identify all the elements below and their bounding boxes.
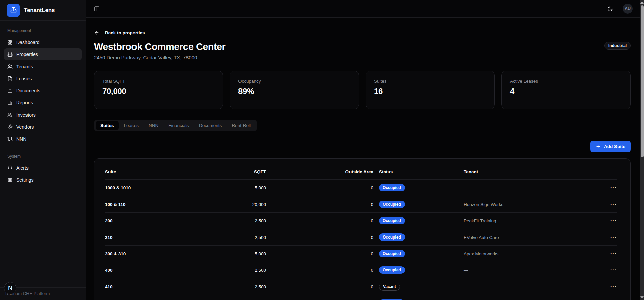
building-icon bbox=[10, 7, 17, 13]
scrollbar[interactable] bbox=[640, 0, 644, 300]
table-header-row: Suite SQFT Outside Area Status Tenant bbox=[105, 164, 617, 179]
scroll-up-arrow-icon[interactable] bbox=[640, 1, 644, 4]
building-icon bbox=[7, 52, 13, 57]
table-row: Occupied ··· bbox=[105, 295, 617, 300]
suite-cell: 400 bbox=[105, 268, 189, 273]
stat-label: Active Leases bbox=[510, 79, 622, 84]
sidebar-item-documents[interactable]: Documents bbox=[4, 85, 82, 97]
sidebar-item-tenants[interactable]: Tenants bbox=[4, 60, 82, 73]
investors-icon bbox=[7, 112, 13, 118]
back-link[interactable]: Back to properties bbox=[94, 30, 145, 35]
sidebar-item-label: Dashboard bbox=[16, 40, 40, 45]
platform-name: Dunham CRE Platform bbox=[5, 291, 80, 296]
tenant-cell: — bbox=[464, 268, 603, 273]
col-header-status: Status bbox=[373, 169, 464, 174]
sidebar-footer: N Dunham CRE Platform bbox=[0, 287, 86, 300]
table-row: 100 & 110 20,000 0 Occupied Horizon Sign… bbox=[105, 196, 617, 212]
row-actions-button[interactable]: ··· bbox=[610, 251, 617, 256]
theme-toggle-button[interactable] bbox=[606, 5, 614, 13]
sidebar-nav: Management Dashboard Properties Tenants … bbox=[0, 21, 86, 186]
sidebar-item-settings[interactable]: Settings bbox=[4, 174, 82, 186]
tenant-cell: PeakFit Training bbox=[464, 218, 603, 223]
dev-tools-badge[interactable]: N bbox=[4, 282, 16, 294]
bell-icon bbox=[7, 165, 13, 171]
nav-section-label-system: System bbox=[7, 154, 78, 159]
col-header-outside-area: Outside Area bbox=[266, 169, 373, 174]
sidebar-item-investors[interactable]: Investors bbox=[4, 109, 82, 121]
tab-financials[interactable]: Financials bbox=[164, 121, 194, 130]
sidebar-item-label: NNN bbox=[16, 136, 26, 142]
nav-section-label-management: Management bbox=[7, 28, 78, 33]
table-row: 200 2,500 0 Occupied PeakFit Training ··… bbox=[105, 212, 617, 229]
tab-leases[interactable]: Leases bbox=[119, 121, 144, 130]
tab-documents[interactable]: Documents bbox=[194, 121, 226, 130]
sqft-cell: 2,500 bbox=[189, 268, 266, 273]
avatar[interactable]: AU bbox=[623, 4, 633, 14]
add-suite-button-label: Add Suite bbox=[604, 144, 625, 149]
dev-badge-letter: N bbox=[8, 285, 12, 292]
suite-cell: 410 bbox=[105, 284, 189, 289]
sidebar-item-leases[interactable]: Leases bbox=[4, 73, 82, 85]
sidebar-item-alerts[interactable]: Alerts bbox=[4, 162, 82, 174]
sidebar-item-label: Settings bbox=[16, 177, 34, 183]
status-badge: Occupied bbox=[379, 266, 405, 274]
avatar-initials: AU bbox=[625, 6, 631, 11]
row-actions-button[interactable]: ··· bbox=[610, 234, 617, 240]
topbar: AU bbox=[86, 0, 644, 18]
file-text-icon bbox=[7, 76, 13, 81]
panel-left-icon bbox=[94, 6, 100, 12]
sidebar-item-label: Properties bbox=[16, 52, 38, 57]
stat-card-active-leases: Active Leases 4 bbox=[501, 71, 631, 109]
row-actions-button[interactable]: ··· bbox=[610, 185, 617, 190]
col-header-sqft: SQFT bbox=[189, 169, 266, 174]
sidebar-item-label: Tenants bbox=[16, 64, 33, 69]
tenant-cell: Apex Motorworks bbox=[464, 251, 603, 256]
outside-area-cell: 0 bbox=[266, 202, 373, 207]
sqft-cell: 20,000 bbox=[189, 202, 266, 207]
sidebar: TenantLens Management Dashboard Properti… bbox=[0, 0, 86, 300]
stat-value: 16 bbox=[374, 87, 486, 96]
tenant-cell: — bbox=[464, 284, 603, 289]
moon-icon bbox=[607, 6, 613, 12]
stat-label: Occupancy bbox=[238, 79, 351, 84]
sidebar-item-properties[interactable]: Properties bbox=[4, 48, 82, 60]
status-badge: Occupied bbox=[379, 184, 405, 191]
scrollbar-thumb[interactable] bbox=[641, 5, 644, 157]
table-row: 210 2,500 0 Occupied EVolve Auto Care ··… bbox=[105, 229, 617, 245]
property-type-badge: Industrial bbox=[604, 42, 631, 50]
sqft-cell: 2,500 bbox=[189, 235, 266, 240]
sidebar-item-nnn[interactable]: NNN bbox=[4, 133, 82, 145]
stats-row: Total SQFT 70,000 Occupancy 89% Suites 1… bbox=[94, 71, 631, 109]
row-actions-button[interactable]: ··· bbox=[610, 284, 617, 289]
table-row: 300 & 310 5,000 0 Occupied Apex Motorwor… bbox=[105, 245, 617, 262]
sidebar-item-vendors[interactable]: Vendors bbox=[4, 121, 82, 133]
tab-suites[interactable]: Suites bbox=[96, 121, 119, 130]
users-icon bbox=[7, 64, 13, 69]
status-badge: Occupied bbox=[379, 217, 405, 224]
suites-table-card: Suite SQFT Outside Area Status Tenant 10… bbox=[94, 158, 631, 300]
col-header-suite: Suite bbox=[105, 169, 189, 174]
stat-label: Suites bbox=[374, 79, 486, 84]
sqft-cell: 2,500 bbox=[189, 284, 266, 289]
sidebar-item-dashboard[interactable]: Dashboard bbox=[4, 36, 82, 48]
table-row: 410 2,500 0 Vacant — ··· bbox=[105, 278, 617, 295]
row-actions-button[interactable]: ··· bbox=[610, 202, 617, 207]
outside-area-cell: 0 bbox=[266, 268, 373, 273]
sidebar-toggle-button[interactable] bbox=[93, 5, 101, 13]
main-area: AU Back to properties Westbrook Commerce… bbox=[86, 0, 644, 300]
row-actions-button[interactable]: ··· bbox=[610, 218, 617, 223]
tab-rent-roll[interactable]: Rent Roll bbox=[227, 121, 255, 130]
brand-logo[interactable] bbox=[7, 4, 20, 17]
add-suite-button[interactable]: Add Suite bbox=[590, 141, 631, 152]
sqft-cell: 2,500 bbox=[189, 218, 266, 223]
outside-area-cell: 0 bbox=[266, 185, 373, 190]
scroll-down-arrow-icon[interactable] bbox=[640, 296, 644, 299]
sidebar-item-label: Reports bbox=[16, 100, 33, 105]
row-actions-button[interactable]: ··· bbox=[610, 267, 617, 273]
page-content: Back to properties Westbrook Commerce Ce… bbox=[86, 18, 644, 300]
tab-nnn[interactable]: NNN bbox=[144, 121, 163, 130]
sidebar-item-reports[interactable]: Reports bbox=[4, 97, 82, 109]
tenant-cell: — bbox=[464, 185, 603, 190]
page-title: Westbrook Commerce Center bbox=[94, 41, 225, 53]
sqft-cell: 5,000 bbox=[189, 251, 266, 256]
